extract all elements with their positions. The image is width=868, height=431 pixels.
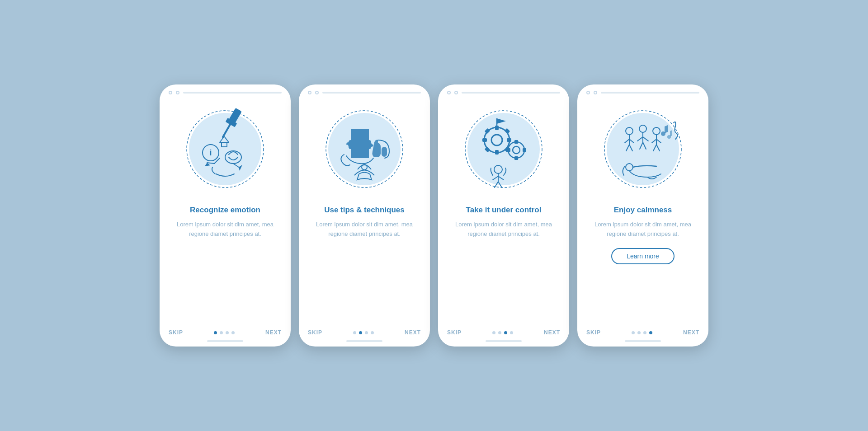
svg-point-37 <box>661 131 665 136</box>
top-line-3 <box>462 92 560 94</box>
dots-3 <box>492 331 513 334</box>
dot-4-4 <box>649 331 652 334</box>
svg-rect-20 <box>507 138 511 142</box>
svg-line-3 <box>223 125 230 137</box>
tips-icon <box>319 104 410 194</box>
bottom-bar-2 <box>346 340 382 342</box>
dot-3-4 <box>510 331 513 334</box>
top-dot-4 <box>315 91 319 94</box>
card-title-tips: Use tips & techniques <box>311 206 417 215</box>
skip-button-4[interactable]: SKIP <box>586 329 601 336</box>
cards-container: i Recognize emotion Lorem i <box>160 84 708 347</box>
next-button-2[interactable]: NEXT <box>405 329 421 336</box>
illustration-control <box>438 97 569 201</box>
phone-card-tips: Use tips & techniques Lorem ipsum dolor … <box>299 84 430 347</box>
card-title-control: Take it under control <box>451 206 557 215</box>
top-dot-8 <box>594 91 597 94</box>
phone-bottom-3: SKIP NEXT <box>438 324 569 347</box>
card-body-calmness: Lorem ipsum dolor sit dim amet, mea regi… <box>590 220 696 239</box>
top-dot-1 <box>169 91 172 94</box>
svg-text:i: i <box>209 148 212 157</box>
skip-button-1[interactable]: SKIP <box>169 329 183 336</box>
top-dot-2 <box>176 91 179 94</box>
svg-point-16 <box>491 135 502 145</box>
nav-row-3: SKIP NEXT <box>447 329 560 336</box>
nav-row-1: SKIP NEXT <box>169 329 282 336</box>
nav-row-2: SKIP NEXT <box>308 329 421 336</box>
card-content-tips: Use tips & techniques Lorem ipsum dolor … <box>299 201 430 324</box>
card-body-tips: Lorem ipsum dolor sit dim amet, mea regi… <box>311 220 417 239</box>
card-content-recognize: Recognize emotion Lorem ipsum dolor sit … <box>160 201 291 324</box>
card-content-calmness: Enjoy calmness Lorem ipsum dolor sit dim… <box>577 201 708 324</box>
svg-rect-23 <box>485 147 491 153</box>
svg-point-36 <box>653 127 660 135</box>
dot-2-4 <box>371 331 374 334</box>
card-title-calmness: Enjoy calmness <box>590 206 696 215</box>
svg-point-26 <box>513 146 520 154</box>
svg-point-6 <box>225 151 241 164</box>
dots-2 <box>353 331 374 334</box>
svg-point-38 <box>667 135 671 139</box>
nav-row-4: SKIP NEXT <box>586 329 699 336</box>
control-icon <box>458 104 549 194</box>
dot-4-3 <box>643 331 646 334</box>
skip-button-3[interactable]: SKIP <box>447 329 462 336</box>
dot-3-1 <box>492 331 495 334</box>
svg-rect-18 <box>495 150 499 155</box>
top-line-2 <box>322 92 421 94</box>
top-bar-1 <box>160 84 291 97</box>
phone-bottom-1: SKIP NEXT <box>160 324 291 347</box>
svg-rect-12 <box>382 147 387 157</box>
svg-point-32 <box>494 165 502 173</box>
phone-bottom-4: SKIP NEXT <box>577 324 708 347</box>
svg-rect-19 <box>482 138 487 142</box>
next-button-3[interactable]: NEXT <box>544 329 560 336</box>
dot-1-4 <box>231 331 235 334</box>
dot-2-1 <box>353 331 356 334</box>
top-dot-3 <box>308 91 311 94</box>
svg-point-14 <box>465 111 542 187</box>
dots-4 <box>632 331 652 334</box>
learn-more-button[interactable]: Learn more <box>611 248 675 264</box>
top-line-4 <box>601 92 699 94</box>
bottom-bar-3 <box>486 340 522 342</box>
phone-card-control: Take it under control Lorem ipsum dolor … <box>438 84 569 347</box>
top-bar-4 <box>577 84 708 97</box>
top-dot-5 <box>447 91 451 94</box>
dot-3-2 <box>498 331 501 334</box>
card-title-recognize: Recognize emotion <box>172 206 278 215</box>
top-bar-3 <box>438 84 569 97</box>
dot-1-1 <box>214 331 217 334</box>
dot-1-2 <box>220 331 223 334</box>
svg-rect-27 <box>514 140 518 144</box>
svg-rect-28 <box>514 156 518 160</box>
svg-rect-30 <box>523 148 526 152</box>
skip-button-2[interactable]: SKIP <box>308 329 322 336</box>
next-button-1[interactable]: NEXT <box>265 329 282 336</box>
svg-point-33 <box>604 111 681 187</box>
dot-3-3 <box>504 331 507 334</box>
svg-rect-10 <box>222 142 227 147</box>
svg-marker-9 <box>220 136 229 142</box>
card-content-control: Take it under control Lorem ipsum dolor … <box>438 201 569 324</box>
illustration-tips <box>299 97 430 201</box>
calmness-icon <box>598 104 688 194</box>
svg-point-34 <box>626 127 633 135</box>
next-button-4[interactable]: NEXT <box>683 329 699 336</box>
svg-point-39 <box>626 164 633 171</box>
svg-rect-21 <box>485 128 491 134</box>
card-body-recognize: Lorem ipsum dolor sit dim amet, mea regi… <box>172 220 278 239</box>
phone-card-calmness: Enjoy calmness Lorem ipsum dolor sit dim… <box>577 84 708 347</box>
svg-rect-22 <box>505 128 510 134</box>
illustration-calmness <box>577 97 708 201</box>
dot-1-3 <box>226 331 229 334</box>
svg-rect-29 <box>507 148 510 152</box>
dot-4-2 <box>637 331 641 334</box>
svg-point-35 <box>639 125 646 132</box>
svg-marker-8 <box>239 165 242 171</box>
dot-2-3 <box>365 331 368 334</box>
top-line-1 <box>183 92 282 94</box>
phone-bottom-2: SKIP NEXT <box>299 324 430 347</box>
top-bar-2 <box>299 84 430 97</box>
illustration-recognize: i <box>160 97 291 201</box>
